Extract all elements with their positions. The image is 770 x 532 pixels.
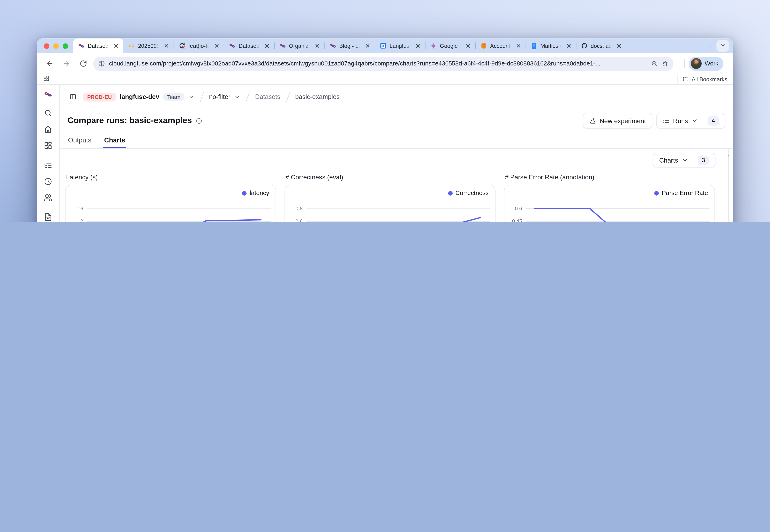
new-tab-button[interactable]: + bbox=[704, 39, 716, 52]
browser-toolbar: cloud.langfuse.com/project/cmfwgv8fx002o… bbox=[37, 53, 733, 74]
tab-title: docs: add bbox=[591, 43, 612, 49]
collapse-panel-chevron-left-icon[interactable] bbox=[724, 152, 732, 159]
charts-dropdown-button[interactable]: Charts 3 bbox=[653, 153, 716, 167]
browser-tab[interactable]: Datasets |✕ bbox=[224, 38, 274, 53]
close-tab-icon[interactable]: ✕ bbox=[514, 42, 523, 49]
tab-search-button[interactable] bbox=[716, 40, 729, 52]
browser-tab[interactable]: CO20250923✕ bbox=[123, 38, 173, 53]
browser-tab[interactable]: 6Langfuse -✕ bbox=[375, 38, 425, 53]
new-experiment-button[interactable]: New experiment bbox=[583, 113, 652, 129]
breadcrumb-datasets-link[interactable]: Datasets bbox=[255, 93, 280, 101]
bookmark-star-icon[interactable] bbox=[662, 60, 669, 67]
langfuse-icon bbox=[229, 42, 236, 49]
apps-grid-icon[interactable] bbox=[43, 75, 50, 84]
sidebar-item-home[interactable] bbox=[41, 122, 55, 137]
close-tab-icon[interactable]: ✕ bbox=[263, 42, 271, 49]
langfuse-icon bbox=[329, 42, 336, 49]
zoom-level-icon[interactable] bbox=[651, 60, 658, 67]
app-sidebar bbox=[37, 85, 60, 222]
close-tab-icon[interactable]: ✕ bbox=[213, 42, 221, 49]
sidebar-item-prompts-file-code[interactable] bbox=[41, 210, 55, 222]
tab-charts[interactable]: Charts bbox=[104, 136, 125, 148]
org-chevron-down-icon[interactable] bbox=[188, 94, 195, 100]
browser-tab[interactable]: feat(io-tab✕ bbox=[173, 38, 224, 53]
forward-button[interactable] bbox=[60, 57, 73, 70]
sidebar-item-tracing[interactable] bbox=[41, 158, 55, 172]
breadcrumb-separator bbox=[198, 91, 205, 102]
close-tab-icon[interactable]: ✕ bbox=[363, 42, 372, 49]
legend-label: Parse Error Rate bbox=[662, 190, 708, 197]
close-tab-icon[interactable]: ✕ bbox=[162, 42, 171, 49]
address-bar[interactable]: cloud.langfuse.com/project/cmfwgv8fx002o… bbox=[93, 56, 674, 71]
tab-title: Blog - Lang bbox=[339, 43, 360, 49]
langfuse-logo-icon[interactable] bbox=[43, 89, 53, 99]
chart-title: # Parse Error Rate (annotation) bbox=[505, 173, 715, 181]
all-bookmarks-button[interactable]: All Bookmarks bbox=[677, 74, 727, 84]
environment-badge: PROD-EU bbox=[83, 92, 116, 101]
info-icon[interactable] bbox=[196, 117, 202, 124]
browser-tab[interactable]: Marlies we✕ bbox=[525, 38, 576, 53]
colab-icon: CO bbox=[128, 42, 135, 49]
prompts-file-code-icon bbox=[44, 213, 52, 221]
close-tab-icon[interactable]: ✕ bbox=[414, 42, 422, 49]
project-chevron-down-icon[interactable] bbox=[235, 94, 240, 100]
langfuse-icon bbox=[279, 42, 286, 49]
browser-tab[interactable]: Organizatio✕ bbox=[274, 38, 324, 53]
tab-title: feat(io-tab bbox=[188, 43, 210, 49]
browser-tab[interactable]: Accounts |✕ bbox=[475, 38, 526, 53]
minimize-window-button[interactable] bbox=[53, 43, 59, 48]
chart-block: Latency (s)481216latency bbox=[65, 170, 276, 222]
close-window-button[interactable] bbox=[44, 43, 49, 48]
runs-dropdown-button[interactable]: Runs 4 bbox=[656, 113, 725, 129]
page-actions: New experiment Runs 4 bbox=[583, 113, 725, 129]
zoom-window-button[interactable] bbox=[63, 43, 68, 48]
users-icon bbox=[44, 193, 52, 202]
breadcrumb-current: basic-examples bbox=[295, 93, 340, 101]
langfuse-app: PROD-EU langfuse-dev Team no-filter Data… bbox=[37, 85, 733, 222]
svg-text:0.6: 0.6 bbox=[296, 218, 303, 222]
tab-title: Datasets | L bbox=[88, 43, 109, 49]
tab-title: 20250923 bbox=[138, 43, 159, 49]
toolbar-divider bbox=[685, 59, 685, 68]
sessions-clock-icon bbox=[44, 177, 52, 186]
chart-title: # Correctness (eval) bbox=[286, 173, 495, 181]
close-tab-icon[interactable]: ✕ bbox=[615, 42, 623, 49]
close-tab-icon[interactable]: ✕ bbox=[564, 42, 573, 49]
browser-tab[interactable]: Google Ge✕ bbox=[425, 38, 475, 53]
legend-dot-icon bbox=[448, 191, 453, 195]
reload-button[interactable] bbox=[76, 57, 90, 70]
orange-app-icon bbox=[480, 42, 487, 49]
close-tab-icon[interactable]: ✕ bbox=[313, 42, 322, 49]
sidebar-item-users[interactable] bbox=[41, 190, 55, 205]
breadcrumb-org[interactable]: langfuse-dev bbox=[120, 93, 159, 101]
close-tab-icon[interactable]: ✕ bbox=[464, 42, 472, 49]
chart-legend: latency bbox=[242, 190, 269, 197]
tab-title: Accounts | bbox=[490, 43, 511, 49]
profile-avatar bbox=[691, 58, 702, 69]
sidebar-item-dashboard[interactable] bbox=[41, 138, 55, 153]
folder-icon bbox=[682, 76, 689, 82]
site-settings-icon[interactable] bbox=[98, 60, 105, 67]
browser-tab[interactable]: Blog - Lang✕ bbox=[324, 38, 375, 53]
sidebar-item-sessions-clock[interactable] bbox=[41, 174, 55, 189]
list-icon bbox=[663, 117, 670, 124]
github-icon bbox=[581, 42, 588, 49]
browser-profile-chip[interactable]: Work bbox=[689, 56, 723, 71]
close-tab-icon[interactable]: ✕ bbox=[112, 42, 120, 49]
right-panel-rail bbox=[728, 149, 729, 222]
runs-count-badge: 4 bbox=[708, 116, 719, 125]
tracing-icon bbox=[44, 161, 52, 169]
gemini-icon bbox=[430, 42, 437, 49]
chart-title: Latency (s) bbox=[66, 173, 276, 181]
sidebar-toggle-icon[interactable] bbox=[67, 90, 79, 103]
sidebar-item-search[interactable] bbox=[41, 106, 55, 120]
browser-tab[interactable]: Datasets | L✕ bbox=[73, 38, 123, 53]
page-header: Compare runs: basic-examples New experim… bbox=[60, 109, 733, 132]
button-divider bbox=[693, 156, 693, 164]
back-button[interactable] bbox=[43, 57, 57, 70]
tab-outputs[interactable]: Outputs bbox=[68, 136, 91, 148]
runs-label: Runs bbox=[673, 117, 688, 124]
breadcrumb-project[interactable]: no-filter bbox=[209, 93, 230, 101]
chart-card: 481216latency bbox=[65, 185, 276, 222]
browser-tab[interactable]: docs: add✕ bbox=[576, 38, 626, 53]
